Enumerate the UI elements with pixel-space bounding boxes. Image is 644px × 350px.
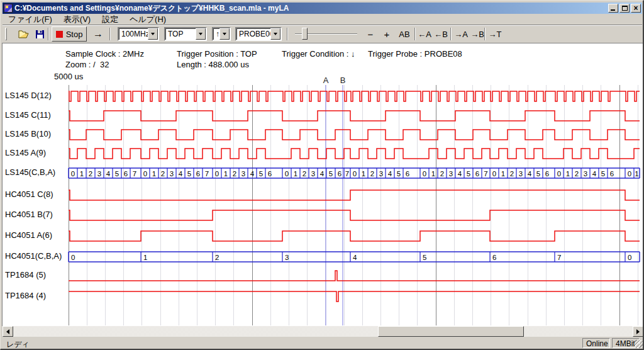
svg-text:2: 2	[215, 254, 219, 261]
svg-text:0: 0	[143, 170, 147, 178]
svg-text:4: 4	[320, 170, 325, 178]
svg-text:0: 0	[628, 170, 631, 178]
channel-label: LS145 B(10)	[5, 129, 68, 139]
scroll-right-button[interactable]	[633, 326, 643, 337]
scroll-right-icon	[636, 329, 640, 334]
svg-text:7: 7	[133, 170, 136, 178]
svg-text:4: 4	[458, 170, 462, 178]
svg-text:1: 1	[152, 170, 156, 178]
channel-label: HC4051(C,B,A)	[5, 251, 68, 261]
svg-text:0: 0	[628, 254, 631, 261]
svg-text:3: 3	[285, 254, 289, 261]
svg-text:5: 5	[329, 170, 333, 178]
svg-text:5: 5	[259, 170, 263, 178]
svg-text:2: 2	[575, 170, 579, 178]
svg-text:5: 5	[187, 170, 191, 178]
info-sample-clock: Sample Clock : 2MHz	[65, 49, 144, 59]
scrollbar-thumb[interactable]	[378, 326, 524, 337]
status-online-badge: Online	[582, 338, 610, 348]
svg-text:3: 3	[379, 170, 383, 178]
svg-text:1: 1	[431, 170, 435, 178]
svg-text:4: 4	[179, 170, 183, 178]
svg-text:4: 4	[106, 170, 111, 178]
channel-label: LS145 C(11)	[5, 110, 68, 120]
svg-text:3: 3	[311, 170, 315, 178]
svg-text:4: 4	[528, 170, 532, 178]
svg-text:3: 3	[170, 170, 174, 178]
svg-text:1: 1	[80, 170, 84, 178]
svg-text:2: 2	[303, 170, 306, 178]
cursor-a-label[interactable]: A	[319, 76, 332, 85]
info-trigger-condition: Trigger Condition : ↓	[282, 49, 355, 59]
app-window: C:¥Documents and Settings¥noname¥デスクトップ¥…	[0, 0, 644, 350]
svg-text:0: 0	[285, 170, 289, 178]
horizontal-scrollbar[interactable]	[3, 326, 643, 337]
svg-text:3: 3	[97, 170, 101, 178]
cursor-b-label[interactable]: B	[336, 76, 349, 85]
svg-text:3: 3	[449, 170, 453, 178]
statusbar: レディ Online 4MBit	[3, 338, 643, 349]
svg-text:6: 6	[268, 170, 272, 178]
svg-text:5: 5	[423, 254, 426, 261]
svg-text:1: 1	[501, 170, 505, 178]
info-length: Length : 488.000 us	[177, 60, 249, 69]
svg-text:4: 4	[388, 170, 392, 178]
svg-text:7: 7	[345, 170, 349, 178]
svg-text:6: 6	[545, 170, 549, 178]
svg-text:7: 7	[557, 254, 561, 261]
svg-text:1: 1	[224, 170, 228, 178]
svg-text:0: 0	[557, 170, 561, 178]
svg-text:1: 1	[294, 170, 297, 178]
svg-text:5: 5	[601, 170, 605, 178]
svg-text:2: 2	[161, 170, 165, 178]
info-zoom: Zoom : / 32	[65, 60, 109, 69]
svg-text:0: 0	[215, 170, 219, 178]
svg-text:0: 0	[71, 254, 75, 261]
svg-text:1: 1	[362, 170, 365, 178]
resize-grip-icon[interactable]	[635, 340, 643, 348]
svg-text:6: 6	[124, 170, 128, 178]
channel-label: LS145(C,B,A)	[5, 167, 68, 178]
channel-label: HC4051 B(7)	[5, 210, 68, 220]
svg-text:2: 2	[440, 170, 444, 178]
svg-text:5: 5	[115, 170, 119, 178]
channel-label: TP1684 (5)	[5, 270, 68, 280]
svg-text:2: 2	[233, 170, 236, 178]
svg-text:3: 3	[519, 170, 523, 178]
svg-text:6: 6	[610, 170, 614, 178]
channel-label: HC4051 C(8)	[5, 189, 68, 200]
svg-text:1: 1	[635, 170, 638, 178]
svg-text:2: 2	[510, 170, 514, 178]
svg-text:7: 7	[484, 170, 487, 178]
channel-label: LS145 D(12)	[5, 91, 68, 101]
info-trigger-position: Trigger Position : TOP	[177, 49, 257, 59]
svg-text:2: 2	[89, 170, 92, 178]
svg-text:6: 6	[492, 254, 496, 261]
scroll-left-button[interactable]	[3, 326, 13, 337]
svg-text:1: 1	[143, 254, 147, 261]
channel-label: LS145 A(9)	[5, 148, 68, 158]
svg-text:5: 5	[536, 170, 540, 178]
svg-text:6: 6	[196, 170, 200, 178]
svg-text:3: 3	[584, 170, 587, 178]
channel-label: TP1684 (4)	[5, 291, 68, 301]
svg-text:3: 3	[242, 170, 245, 178]
svg-text:4: 4	[592, 170, 597, 178]
svg-text:7: 7	[205, 170, 209, 178]
svg-text:6: 6	[406, 170, 409, 178]
svg-text:0: 0	[423, 170, 426, 178]
svg-text:0: 0	[353, 170, 357, 178]
svg-text:0: 0	[71, 170, 75, 178]
svg-text:5: 5	[397, 170, 401, 178]
info-trigger-probe: Trigger Probe : PROBE08	[368, 49, 462, 59]
svg-text:1: 1	[566, 170, 570, 178]
svg-text:5: 5	[467, 170, 470, 178]
timebase-label: 5000 us	[54, 72, 83, 81]
svg-text:2: 2	[370, 170, 374, 178]
svg-text:0: 0	[492, 170, 496, 178]
status-ready: レディ	[6, 339, 30, 350]
svg-text:4: 4	[353, 254, 357, 261]
channel-label: HC4051 A(6)	[5, 230, 68, 240]
svg-text:6: 6	[338, 170, 341, 178]
svg-text:6: 6	[475, 170, 479, 178]
